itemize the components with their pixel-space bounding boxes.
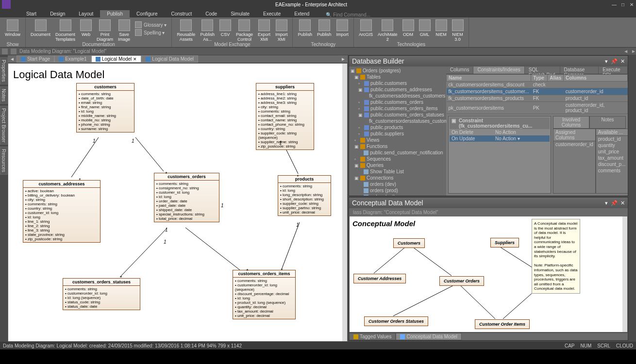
- menu-layout[interactable]: Layout: [72, 10, 100, 17]
- ribbon-gml[interactable]: GML: [417, 19, 433, 42]
- editor-tab[interactable]: Start Page: [17, 55, 54, 63]
- db-tab-columns[interactable]: Columns: [446, 66, 473, 74]
- ribbon-document[interactable]: Document: [29, 19, 52, 42]
- menu-publish[interactable]: Publish: [100, 10, 130, 17]
- ribbon-niem[interactable]: NIEM: [434, 19, 449, 42]
- tab-nav-left[interactable]: ◄: [8, 56, 17, 62]
- available-column[interactable]: product_id: [596, 136, 628, 142]
- tree-table[interactable]: ▫public.customers_orders: [358, 99, 445, 105]
- panel-close-icon[interactable]: ✕: [620, 58, 625, 65]
- menu-extend[interactable]: Extend: [287, 10, 316, 17]
- concept-entity[interactable]: Suppliers: [490, 238, 519, 248]
- nav-left-icon[interactable]: ◄: [623, 49, 628, 54]
- editor-tab[interactable]: Logical Data Model: [141, 55, 198, 63]
- grid-row[interactable]: fk_customersordersitems_productsFKproduc…: [447, 95, 628, 102]
- entity-suppliers[interactable]: suppliersaddress_line1: stringaddress_li…: [256, 83, 314, 150]
- menu-code[interactable]: Code: [199, 10, 224, 17]
- db-tab-database-compare[interactable]: Database Compare: [560, 66, 599, 74]
- ribbon-export[interactable]: ExportXMI: [256, 19, 272, 42]
- tree-sequences[interactable]: ▫Sequences: [354, 156, 445, 162]
- ribbon-reusable[interactable]: ReusableAssets: [175, 19, 197, 42]
- entity-customers_addresses[interactable]: customers_addressesactive: booleanbillin…: [23, 180, 100, 243]
- available-column[interactable]: discount_p...: [596, 161, 628, 167]
- entity-customers[interactable]: customerscomments: stringdate_of_birth: …: [76, 83, 134, 132]
- ribbon-publish[interactable]: Publish: [315, 19, 334, 42]
- tree-table[interactable]: ▫public.customers_orders_items: [358, 105, 445, 112]
- ribbon-odm[interactable]: ODM: [401, 19, 416, 42]
- available-column[interactable]: comments: [596, 167, 628, 174]
- ribbon-print[interactable]: PrintDiagram: [95, 19, 115, 42]
- form-row[interactable]: On DeleteNo Action: [450, 129, 550, 135]
- nav-right-icon[interactable]: ►: [631, 49, 636, 54]
- entity-customers_orders_statuses[interactable]: customers_orders_statusescomments: strin…: [63, 278, 140, 310]
- menu-configure[interactable]: Configure: [130, 10, 164, 17]
- close-button[interactable]: ✕: [627, 0, 636, 9]
- entity-customers_orders_items[interactable]: customers_orders_itemscomments: stringcu…: [233, 270, 296, 319]
- tab-nav-right[interactable]: ►: [339, 56, 348, 62]
- concept-entity[interactable]: Customer Order Items: [475, 319, 530, 329]
- concept-entity[interactable]: Customer Orders: [439, 276, 484, 286]
- grid-header[interactable]: Type: [531, 75, 548, 82]
- tree-table[interactable]: ▣public.customers_orders_statuses: [358, 112, 445, 118]
- editor-tab[interactable]: Example1: [54, 55, 91, 63]
- ribbon-document[interactable]: DocumentTemplates: [53, 19, 77, 42]
- db-tree[interactable]: ▣Orders (postgres)▣Tables▫public.custome…: [349, 66, 446, 196]
- concept-entity[interactable]: Customer Orders Statuses: [364, 316, 428, 326]
- tagged-values-tab[interactable]: Tagged Values: [349, 333, 396, 340]
- available-column[interactable]: unit_price: [596, 149, 628, 155]
- panel-pin-icon[interactable]: 📌: [611, 58, 618, 65]
- menu-simulate[interactable]: Simulate: [224, 10, 256, 17]
- form-row[interactable]: On UpdateNo Action ▾: [450, 135, 550, 142]
- ribbon-niem[interactable]: NIEM3.0: [450, 19, 466, 42]
- ribbon-web[interactable]: Web: [78, 19, 94, 42]
- home-icon[interactable]: [2, 49, 8, 54]
- db-tab-constraints-indexes[interactable]: Constraints/Indexes: [473, 66, 524, 74]
- menu-construct[interactable]: Construct: [164, 10, 199, 17]
- ribbon-window[interactable]: Window: [3, 19, 22, 42]
- involved-columns-tab[interactable]: Involved Columns: [553, 116, 589, 129]
- diagram-canvas[interactable]: Logical Data Model customerscomments: st…: [8, 63, 348, 342]
- ribbon-import[interactable]: ImportXMI: [273, 19, 290, 42]
- menu-design[interactable]: Design: [43, 10, 72, 17]
- find-command[interactable]: 🔍 Find Command...: [326, 12, 370, 17]
- concept-diagram-tab[interactable]: Conceptual Data Model: [396, 333, 462, 340]
- dock-tab-project-browser[interactable]: Project Browser: [0, 106, 8, 145]
- menu-start[interactable]: Start: [19, 10, 43, 17]
- tree-queries[interactable]: ▣Queries: [354, 162, 445, 168]
- ribbon-publish[interactable]: PublishAs...: [198, 19, 217, 42]
- constraints-grid[interactable]: NameTypeAliasColumnsck_customersordersit…: [446, 74, 628, 114]
- tree-item[interactable]: public.send_customer_notification: [358, 149, 445, 156]
- tree-connections[interactable]: ▣Connections: [354, 175, 445, 181]
- ribbon-save[interactable]: SaveImage: [116, 19, 132, 42]
- entity-products[interactable]: productscomments: stringid: longlong_des…: [278, 175, 331, 216]
- panel-menu-icon[interactable]: ▾: [605, 200, 608, 206]
- panel-menu-icon[interactable]: ▾: [605, 58, 608, 65]
- tree-fk[interactable]: fk_customersaddresses_customers: [362, 93, 445, 99]
- maximize-button[interactable]: □: [619, 0, 627, 9]
- tree-table[interactable]: ▫public.products: [358, 124, 445, 131]
- tree-root[interactable]: ▣Orders (postgres): [350, 67, 445, 74]
- ribbon-glossary[interactable]: Glossary ▾: [135, 21, 167, 28]
- dock-tab-properties[interactable]: Properties: [0, 57, 8, 84]
- tree-views[interactable]: ▫Views: [354, 137, 445, 143]
- note-element[interactable]: A Conceptual data model is the most abst…: [532, 219, 580, 294]
- grid-row[interactable]: fk_customersordersitems_customer...FKcus…: [447, 88, 628, 95]
- concept-canvas[interactable]: Conceptual Model CustomersSuppliersCusto…: [349, 216, 628, 332]
- ribbon-archimate[interactable]: ArchiMate2: [376, 19, 400, 42]
- tree-tables[interactable]: ▣Tables: [354, 74, 445, 80]
- ribbon-import[interactable]: Import: [335, 19, 351, 42]
- ribbon-csv[interactable]: CSV: [218, 19, 233, 42]
- tree-item[interactable]: Show Table List: [358, 168, 445, 175]
- ribbon-package[interactable]: PackageControl: [234, 19, 255, 42]
- dock-tab-resources[interactable]: Resources: [0, 147, 8, 175]
- grid-header[interactable]: Alias: [548, 75, 564, 82]
- notes-tab[interactable]: Notes: [589, 116, 626, 129]
- tree-item[interactable]: orders (dev): [358, 181, 445, 187]
- concept-entity[interactable]: Customer Addresses: [353, 274, 406, 283]
- grid-header[interactable]: Name: [447, 75, 531, 82]
- available-column[interactable]: tax_amount: [596, 155, 628, 161]
- available-column[interactable]: quantity: [596, 142, 628, 149]
- minimize-button[interactable]: —: [610, 0, 619, 9]
- nav-icon[interactable]: [11, 49, 17, 54]
- close-icon[interactable]: ✕: [133, 57, 137, 62]
